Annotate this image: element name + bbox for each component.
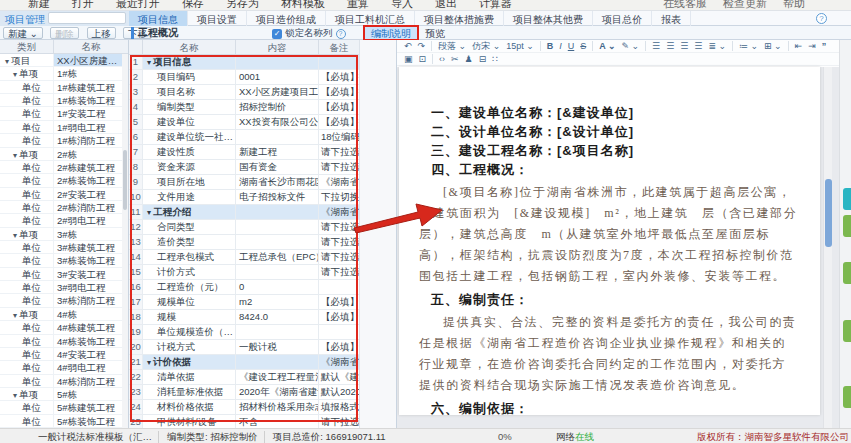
top-menu-item[interactable]: 保存	[182, 0, 204, 11]
editor-toolbar-icon[interactable]: ✎ ⌄	[622, 40, 640, 53]
editor-toolbar-icon[interactable]	[592, 41, 593, 51]
editor-subtab[interactable]: 预览	[418, 26, 452, 40]
field-content-cell[interactable]: 国有资金	[236, 160, 319, 174]
field-content-cell[interactable]: 工程总承包（EPC）	[236, 250, 319, 264]
tree-row[interactable]: 单位 2#弱电工程	[0, 214, 128, 227]
table-row[interactable]: 13 造价类型 请下拉选择+	[129, 235, 359, 250]
dock-shortcut-icon[interactable]	[843, 188, 851, 210]
tree-row[interactable]: 单位 4#栋建筑工程	[0, 321, 128, 334]
editor-toolbar-icon[interactable]: U	[568, 40, 575, 53]
field-content-cell[interactable]	[236, 355, 319, 369]
field-content-cell[interactable]: XX投资有限公司公司	[236, 115, 319, 129]
editor-toolbar-icon[interactable]	[432, 54, 433, 64]
table-row[interactable]: 17 规模单位 m2 【必填】请…	[129, 295, 359, 310]
tree-row[interactable]: 单项 5#栋	[0, 388, 128, 401]
field-content-cell[interactable]	[236, 130, 319, 144]
table-row[interactable]: 23 消耗量标准依据 2020年《湖南省建设… 默认2020年…	[129, 385, 359, 400]
field-content-cell[interactable]: 电子招投标文件	[236, 190, 319, 204]
table-row[interactable]: 7 建设性质 新建工程 请下拉选择…	[129, 145, 359, 160]
table-row[interactable]: 12 合同类型 请下拉选择+	[129, 220, 359, 235]
tree-row[interactable]: 单位 1#安装工程	[0, 107, 128, 120]
table-row[interactable]: 24 材料价格依据 招材料价格采用杂志… 填报格式如…	[129, 400, 359, 415]
editor-toolbar-icon[interactable]: B	[547, 40, 554, 53]
main-tab[interactable]: 项目整体其他费	[504, 11, 593, 26]
tree-row[interactable]: 单位 2#栋建筑工程	[0, 161, 128, 174]
editor-toolbar-icon[interactable]: ≔ ⌄	[739, 40, 758, 53]
top-menu-item[interactable]: 重算	[347, 0, 369, 11]
field-content-cell[interactable]: 8424.0	[236, 310, 319, 324]
field-content-cell[interactable]	[236, 325, 319, 339]
table-row[interactable]: 22 清单依据 《建设工程工程量清… 默认《建设…	[129, 370, 359, 385]
editor-toolbar-icon[interactable]: ⊟	[479, 53, 487, 66]
tree-row[interactable]: 单位 3#栋建筑工程	[0, 241, 128, 254]
move-up-button[interactable]: 上移	[87, 27, 116, 39]
tree-row[interactable]: 单位 4#弱电工程	[0, 361, 128, 374]
field-content-cell[interactable]	[236, 265, 319, 279]
new-button[interactable]: 新建 ⌄	[3, 27, 43, 39]
editor-toolbar-icon[interactable]: ☰	[694, 40, 702, 53]
table-row[interactable]: 6 建设单位统一社… 18位编码+	[129, 130, 359, 145]
editor-toolbar-icon[interactable]	[540, 41, 541, 51]
field-content-cell[interactable]: 0001	[236, 70, 319, 84]
table-row[interactable]: 9 项目所在地 湖南省长沙市雨花区 《湖南省房…	[129, 175, 359, 190]
top-menu-item[interactable]: 帮助	[783, 0, 805, 11]
tree-row[interactable]: 单位 1#栋装饰工程	[0, 94, 128, 107]
help-icon[interactable]: ?	[816, 13, 827, 24]
tree-row[interactable]: 单位 5#栋装饰工程	[0, 415, 128, 428]
tree-row[interactable]: 单位 3#栋装饰工程	[0, 254, 128, 267]
editor-toolbar-icon[interactable]: ☰	[680, 40, 688, 53]
editor-toolbar-icon[interactable]	[431, 41, 432, 51]
tree-row[interactable]: 单位 2#栋消防工程	[0, 201, 128, 214]
top-menu-item[interactable]: 另存为	[226, 0, 259, 11]
editor-toolbar-icon[interactable]: ⇥	[808, 40, 816, 53]
main-tab[interactable]: 项目设置	[188, 11, 247, 26]
document-page[interactable]: 一、建设单位名称：[&建设单位]二、设计单位名称：[&设计单位]三、建设工程名称…	[399, 67, 820, 415]
table-row[interactable]: 20 计税方式 一般计税 【必填】请…	[129, 340, 359, 355]
editor-toolbar-icon[interactable]: 15pt ⌄	[506, 40, 534, 53]
editor-toolbar-icon[interactable]: S	[580, 40, 586, 53]
project-search-input[interactable]	[48, 12, 126, 24]
editor-toolbar-icon[interactable]: ⊞ ⌄	[764, 40, 782, 53]
sidebar-scrollbar[interactable]	[122, 54, 128, 428]
table-row[interactable]: 16 工程造价（元） 0	[129, 280, 359, 295]
editor-toolbar-icon[interactable]: ”	[822, 40, 827, 53]
table-row[interactable]: 10 文件用途 电子招投标文件 下拉切换后…	[129, 190, 359, 205]
editor-toolbar-icon[interactable]: ⇤	[795, 40, 803, 53]
editor-toolbar-icon[interactable]: ‹›	[439, 53, 445, 66]
tree-row[interactable]: 项目 XX小区房建…	[0, 54, 128, 67]
tree-row[interactable]: 单位 4#栋装饰工程	[0, 335, 128, 348]
editor-toolbar-icon[interactable]: 段落 ⌄	[438, 40, 466, 53]
help-icon[interactable]: ?	[336, 29, 346, 39]
editor-toolbar-icon[interactable]	[732, 41, 733, 51]
tree-row[interactable]: 单位 3#弱电工程	[0, 281, 128, 294]
table-row[interactable]: 3 项目名称 XX小区房建项目工程 【必填】描…	[129, 85, 359, 100]
top-menu-item[interactable]: 导入	[391, 0, 413, 11]
sidebar-scrollbar-thumb[interactable]	[123, 150, 127, 210]
editor-toolbar-icon[interactable]	[788, 41, 789, 51]
top-menu-item[interactable]: 最近打开	[116, 0, 160, 11]
top-menu-item[interactable]: 计算器	[479, 0, 512, 11]
tree-row[interactable]: 单项 2#栋	[0, 148, 128, 161]
tree-row[interactable]: 单位 4#栋消防工程	[0, 375, 128, 388]
table-row[interactable]: 18 规模 8424.0 【必填】请…	[129, 310, 359, 325]
tree-row[interactable]: 单位 1#弱电工程	[0, 121, 128, 134]
main-tab[interactable]: 项目工料机汇总	[326, 11, 415, 26]
editor-toolbar-icon[interactable]: ∷	[492, 53, 498, 66]
field-content-cell[interactable]: 湖南省长沙市雨花区	[236, 175, 319, 189]
field-content-cell[interactable]	[236, 55, 319, 69]
delete-button[interactable]: 删除	[50, 27, 79, 39]
checkbox-checked-icon[interactable]: ✓	[272, 29, 282, 39]
tree-row[interactable]: 单位 2#安装工程	[0, 188, 128, 201]
field-content-cell[interactable]: 一般计税	[236, 340, 319, 354]
tree-row[interactable]: 单项 4#栋	[0, 308, 128, 321]
editor-toolbar-icon[interactable]: I	[559, 40, 562, 53]
field-content-cell[interactable]: 招材料价格采用杂志…	[236, 400, 319, 414]
field-content-cell[interactable]: m2	[236, 295, 319, 309]
editor-toolbar-icon[interactable]: ⊡	[419, 53, 427, 66]
editor-toolbar-icon[interactable]: ✂	[451, 53, 459, 66]
editor-toolbar-icon[interactable]: A ⌄	[599, 40, 615, 53]
table-row[interactable]: 8 资金来源 国有资金 请下拉选择…	[129, 160, 359, 175]
table-row[interactable]: 1 项目信息	[129, 55, 359, 70]
tree-row[interactable]: 单位 3#栋消防工程	[0, 294, 128, 307]
field-content-cell[interactable]: 不含	[236, 415, 319, 428]
